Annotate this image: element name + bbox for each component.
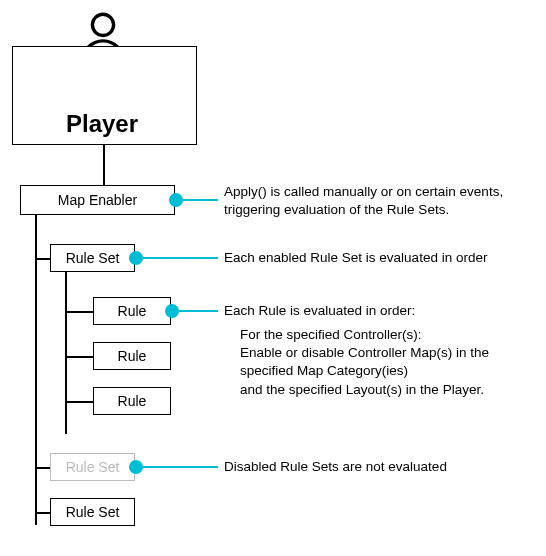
map-enabler-label: Map Enabler — [58, 192, 137, 208]
rule-desc-body: For the specified Controller(s): Enable … — [240, 326, 530, 399]
tree-branch — [65, 401, 93, 403]
leader-line — [143, 257, 218, 259]
tree-trunk — [35, 215, 37, 525]
rule-box: Rule — [93, 342, 171, 370]
rule-label: Rule — [118, 303, 147, 319]
leader-dot — [129, 460, 143, 474]
rule-box: Rule — [93, 297, 171, 325]
rule-set-label: Rule Set — [66, 250, 120, 266]
leader-dot — [165, 304, 179, 318]
tree-trunk — [65, 272, 67, 434]
leader-dot — [169, 193, 183, 207]
rule-set-disabled-desc: Disabled Rule Sets are not evaluated — [224, 458, 524, 476]
leader-dot — [129, 251, 143, 265]
rule-set-label: Rule Set — [66, 504, 120, 520]
rule-label: Rule — [118, 393, 147, 409]
tree-branch — [35, 467, 50, 469]
rule-set-box: Rule Set — [50, 244, 135, 272]
connector-line — [103, 145, 105, 185]
svg-point-0 — [92, 14, 113, 35]
map-enabler-box: Map Enabler — [20, 185, 175, 215]
tree-branch — [65, 356, 93, 358]
leader-line — [143, 466, 218, 468]
rule-box: Rule — [93, 387, 171, 415]
leader-line — [179, 310, 218, 312]
rule-set-desc: Each enabled Rule Set is evaluated in or… — [224, 249, 524, 267]
rule-label: Rule — [118, 348, 147, 364]
player-label: Player — [66, 110, 138, 138]
rule-set-disabled-box: Rule Set — [50, 453, 135, 481]
leader-line — [183, 199, 218, 201]
tree-branch — [35, 512, 50, 514]
rule-set-box: Rule Set — [50, 498, 135, 526]
rule-desc-heading: Each Rule is evaluated in order: — [224, 302, 415, 320]
rule-set-disabled-label: Rule Set — [66, 459, 120, 475]
tree-branch — [65, 311, 93, 313]
map-enabler-desc: Apply() is called manually or on certain… — [224, 183, 524, 219]
tree-branch — [35, 258, 50, 260]
